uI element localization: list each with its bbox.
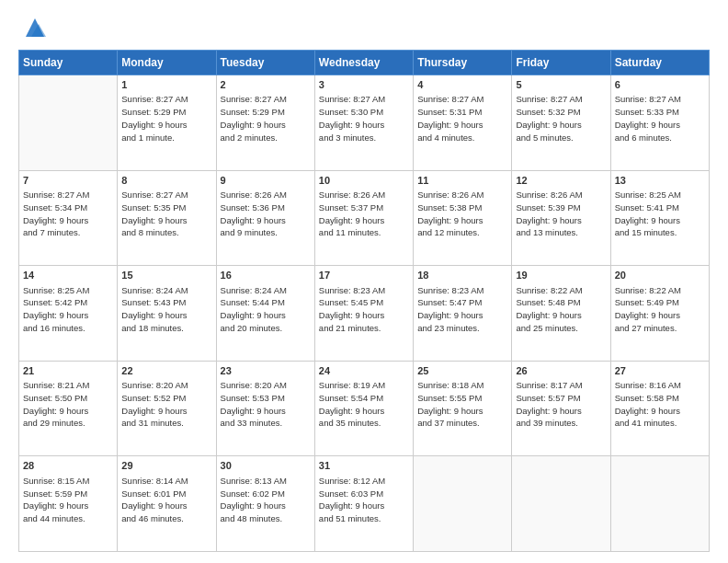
day-info: Sunrise: 8:12 AM Sunset: 6:03 PM Dayligh…	[319, 475, 409, 525]
calendar-cell	[19, 75, 118, 171]
day-number: 19	[516, 269, 606, 282]
day-number: 22	[121, 364, 211, 378]
calendar-day-header: Thursday	[414, 51, 512, 75]
day-number: 29	[121, 459, 211, 473]
calendar-cell	[414, 456, 512, 552]
calendar-cell: 2Sunrise: 8:27 AM Sunset: 5:29 PM Daylig…	[216, 75, 314, 171]
day-info: Sunrise: 8:27 AM Sunset: 5:30 PM Dayligh…	[319, 93, 409, 144]
day-number: 16	[221, 269, 311, 282]
calendar-cell: 7Sunrise: 8:27 AM Sunset: 5:34 PM Daylig…	[19, 170, 118, 266]
calendar-cell: 3Sunrise: 8:27 AM Sunset: 5:30 PM Daylig…	[314, 75, 413, 171]
day-number: 26	[516, 364, 606, 378]
day-info: Sunrise: 8:25 AM Sunset: 5:42 PM Dayligh…	[23, 284, 113, 335]
day-number: 17	[319, 269, 409, 282]
calendar-cell: 5Sunrise: 8:27 AM Sunset: 5:32 PM Daylig…	[512, 75, 610, 171]
day-info: Sunrise: 8:26 AM Sunset: 5:38 PM Dayligh…	[417, 189, 507, 239]
calendar-cell: 17Sunrise: 8:23 AM Sunset: 5:45 PM Dayli…	[314, 266, 413, 362]
day-number: 28	[23, 459, 113, 473]
calendar-day-header: Wednesday	[314, 51, 413, 75]
calendar-cell: 26Sunrise: 8:17 AM Sunset: 5:57 PM Dayli…	[512, 361, 610, 456]
calendar-cell: 15Sunrise: 8:24 AM Sunset: 5:43 PM Dayli…	[118, 266, 216, 362]
calendar-week-row: 28Sunrise: 8:15 AM Sunset: 5:59 PM Dayli…	[19, 456, 710, 552]
day-number: 27	[615, 364, 705, 378]
calendar-cell: 27Sunrise: 8:16 AM Sunset: 5:58 PM Dayli…	[610, 361, 709, 456]
day-info: Sunrise: 8:23 AM Sunset: 5:45 PM Dayligh…	[319, 284, 409, 335]
calendar-cell: 18Sunrise: 8:23 AM Sunset: 5:47 PM Dayli…	[414, 266, 512, 362]
calendar-cell: 12Sunrise: 8:26 AM Sunset: 5:39 PM Dayli…	[512, 170, 610, 266]
day-number: 3	[319, 78, 409, 92]
calendar-cell: 24Sunrise: 8:19 AM Sunset: 5:54 PM Dayli…	[314, 361, 413, 456]
day-number: 5	[516, 78, 606, 92]
day-number: 4	[417, 78, 507, 92]
calendar-cell: 10Sunrise: 8:26 AM Sunset: 5:37 PM Dayli…	[314, 170, 413, 266]
calendar-cell: 13Sunrise: 8:25 AM Sunset: 5:41 PM Dayli…	[610, 170, 709, 266]
day-number: 23	[221, 364, 311, 378]
day-info: Sunrise: 8:23 AM Sunset: 5:47 PM Dayligh…	[417, 284, 507, 335]
day-info: Sunrise: 8:27 AM Sunset: 5:29 PM Dayligh…	[221, 93, 311, 144]
day-info: Sunrise: 8:14 AM Sunset: 6:01 PM Dayligh…	[121, 475, 211, 525]
day-number: 31	[319, 459, 409, 473]
day-info: Sunrise: 8:25 AM Sunset: 5:41 PM Dayligh…	[615, 189, 705, 239]
calendar-week-row: 21Sunrise: 8:21 AM Sunset: 5:50 PM Dayli…	[19, 361, 710, 456]
day-number: 8	[121, 174, 211, 188]
calendar-week-row: 7Sunrise: 8:27 AM Sunset: 5:34 PM Daylig…	[19, 170, 710, 266]
day-number: 20	[615, 269, 705, 282]
day-info: Sunrise: 8:20 AM Sunset: 5:52 PM Dayligh…	[121, 379, 211, 430]
calendar-day-header: Friday	[512, 51, 610, 75]
day-info: Sunrise: 8:20 AM Sunset: 5:53 PM Dayligh…	[221, 379, 311, 430]
day-info: Sunrise: 8:16 AM Sunset: 5:58 PM Dayligh…	[615, 379, 705, 430]
day-info: Sunrise: 8:27 AM Sunset: 5:31 PM Dayligh…	[417, 93, 507, 144]
calendar-cell: 20Sunrise: 8:22 AM Sunset: 5:49 PM Dayli…	[610, 266, 709, 362]
day-number: 21	[23, 364, 113, 378]
header	[18, 15, 710, 40]
day-info: Sunrise: 8:21 AM Sunset: 5:50 PM Dayligh…	[23, 379, 113, 430]
calendar-cell: 11Sunrise: 8:26 AM Sunset: 5:38 PM Dayli…	[414, 170, 512, 266]
calendar-cell: 8Sunrise: 8:27 AM Sunset: 5:35 PM Daylig…	[118, 170, 216, 266]
day-info: Sunrise: 8:27 AM Sunset: 5:33 PM Dayligh…	[615, 93, 705, 144]
day-number: 30	[221, 459, 311, 473]
calendar-cell	[512, 456, 610, 552]
calendar-week-row: 14Sunrise: 8:25 AM Sunset: 5:42 PM Dayli…	[19, 266, 710, 362]
calendar-header-row: SundayMondayTuesdayWednesdayThursdayFrid…	[19, 51, 710, 75]
logo	[18, 15, 48, 40]
calendar-cell: 4Sunrise: 8:27 AM Sunset: 5:31 PM Daylig…	[414, 75, 512, 171]
logo-icon	[22, 15, 48, 40]
day-info: Sunrise: 8:24 AM Sunset: 5:43 PM Dayligh…	[121, 284, 211, 335]
day-info: Sunrise: 8:18 AM Sunset: 5:55 PM Dayligh…	[417, 379, 507, 430]
day-info: Sunrise: 8:17 AM Sunset: 5:57 PM Dayligh…	[516, 379, 606, 430]
calendar-cell: 29Sunrise: 8:14 AM Sunset: 6:01 PM Dayli…	[118, 456, 216, 552]
calendar-cell: 21Sunrise: 8:21 AM Sunset: 5:50 PM Dayli…	[19, 361, 118, 456]
day-info: Sunrise: 8:27 AM Sunset: 5:29 PM Dayligh…	[121, 93, 211, 144]
calendar-day-header: Saturday	[610, 51, 709, 75]
day-info: Sunrise: 8:19 AM Sunset: 5:54 PM Dayligh…	[319, 379, 409, 430]
calendar-cell: 14Sunrise: 8:25 AM Sunset: 5:42 PM Dayli…	[19, 266, 118, 362]
day-number: 12	[516, 174, 606, 188]
day-number: 14	[23, 269, 113, 282]
day-number: 24	[319, 364, 409, 378]
day-info: Sunrise: 8:13 AM Sunset: 6:02 PM Dayligh…	[221, 475, 311, 525]
calendar-day-header: Monday	[118, 51, 216, 75]
day-number: 1	[121, 78, 211, 92]
day-info: Sunrise: 8:15 AM Sunset: 5:59 PM Dayligh…	[23, 475, 113, 525]
calendar-cell: 23Sunrise: 8:20 AM Sunset: 5:53 PM Dayli…	[216, 361, 314, 456]
calendar-cell	[610, 456, 709, 552]
day-info: Sunrise: 8:26 AM Sunset: 5:37 PM Dayligh…	[319, 189, 409, 239]
calendar-cell: 16Sunrise: 8:24 AM Sunset: 5:44 PM Dayli…	[216, 266, 314, 362]
day-number: 2	[221, 78, 311, 92]
calendar-cell: 30Sunrise: 8:13 AM Sunset: 6:02 PM Dayli…	[216, 456, 314, 552]
day-info: Sunrise: 8:26 AM Sunset: 5:36 PM Dayligh…	[221, 189, 311, 239]
day-number: 25	[417, 364, 507, 378]
day-number: 15	[121, 269, 211, 282]
day-number: 9	[221, 174, 311, 188]
day-number: 11	[417, 174, 507, 188]
page: SundayMondayTuesdayWednesdayThursdayFrid…	[0, 0, 728, 563]
day-number: 7	[23, 174, 113, 188]
day-info: Sunrise: 8:27 AM Sunset: 5:35 PM Dayligh…	[121, 189, 211, 239]
day-number: 18	[417, 269, 507, 282]
calendar-table: SundayMondayTuesdayWednesdayThursdayFrid…	[18, 50, 710, 552]
day-info: Sunrise: 8:24 AM Sunset: 5:44 PM Dayligh…	[221, 284, 311, 335]
calendar-cell: 6Sunrise: 8:27 AM Sunset: 5:33 PM Daylig…	[610, 75, 709, 171]
day-number: 6	[615, 78, 705, 92]
day-info: Sunrise: 8:22 AM Sunset: 5:48 PM Dayligh…	[516, 284, 606, 335]
calendar-day-header: Sunday	[19, 51, 118, 75]
